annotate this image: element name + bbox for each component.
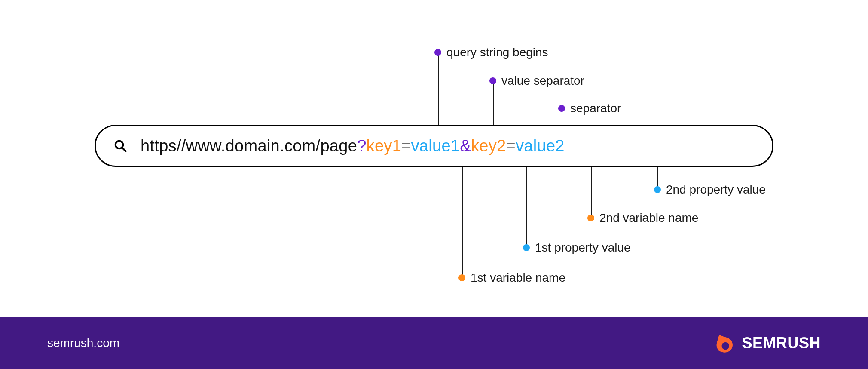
url-key1: key1 [367,137,401,155]
annotation-query-begins: query string begins [434,46,548,59]
dot-icon [489,77,496,84]
annotation-separator: separator [558,101,621,115]
url-key2: key2 [471,137,506,155]
url-val2: value2 [516,137,565,155]
svg-line-1 [122,148,126,151]
footer: semrush.com SEMRUSH [0,317,868,369]
url-bar: https//www.domain.com/page?key1=value1&k… [95,125,773,167]
annotation-label: 1st property value [535,241,631,255]
url-eq1: = [401,137,411,155]
connector-line [591,167,592,217]
annotation-label: 2nd property value [666,183,766,197]
dot-icon [434,49,441,56]
brand-text: SEMRUSH [742,334,821,352]
annotation-2nd-name: 2nd variable name [587,211,698,225]
annotation-label: query string begins [446,46,548,59]
connector-line [493,84,494,125]
brand: SEMRUSH [713,332,821,354]
dot-icon [558,105,565,112]
annotation-label: separator [570,101,621,115]
footer-url: semrush.com [47,336,119,350]
annotation-label: 2nd variable name [599,211,698,225]
dot-icon [523,244,530,251]
annotation-1st-value: 1st property value [523,241,631,255]
diagram-canvas: https//www.domain.com/page?key1=value1&k… [0,0,868,317]
dot-icon [654,186,661,193]
connector-line [438,55,439,125]
svg-point-2 [722,342,729,350]
search-icon [114,139,127,152]
annotation-label: 1st variable name [471,271,565,285]
url-val1: value1 [411,137,460,155]
url-qmark: ? [357,137,366,155]
annotation-value-separator: value separator [489,74,584,88]
dot-icon [587,215,594,221]
connector-line [462,167,463,277]
annotation-2nd-value: 2nd property value [654,183,766,197]
annotation-label: value separator [501,74,584,88]
url-text: https//www.domain.com/page?key1=value1&k… [141,137,565,155]
url-eq2: = [506,137,516,155]
url-base: https//www.domain.com/page [141,137,357,155]
semrush-flame-icon [713,332,736,354]
dot-icon [458,274,465,281]
annotation-1st-name: 1st variable name [458,271,565,285]
connector-line [526,167,527,246]
url-amp: & [460,137,471,155]
